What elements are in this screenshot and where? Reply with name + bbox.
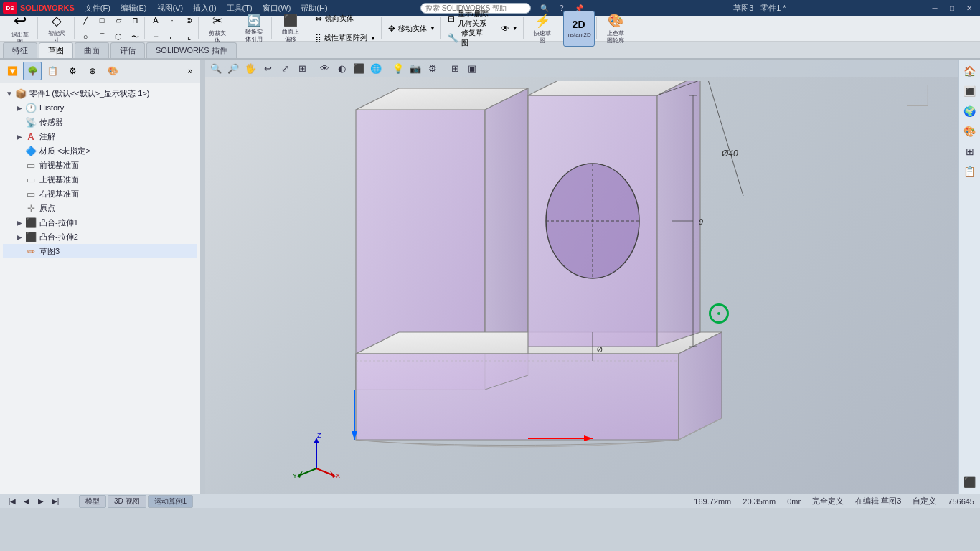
vp-shading-button[interactable]: ◐ [334, 61, 349, 75]
vp-zoom-button[interactable]: 🔎 [225, 61, 241, 75]
tree-item-material[interactable]: ▶ 🔷 材质 <未指定> [3, 143, 197, 158]
point-button[interactable]: · [164, 12, 180, 28]
tree-item-extrude2[interactable]: ▶ ⬛ 凸台-拉伸2 [3, 230, 197, 244]
mirror-entity-button[interactable]: ⇔ 镜向实体 [311, 9, 357, 28]
rs-note-button[interactable]: 📋 [961, 163, 979, 180]
slot-button[interactable]: ⊓ [127, 12, 143, 28]
nav-first-button[interactable]: |◀ [6, 496, 19, 507]
custom-label: 自定义 [913, 496, 936, 507]
close-button[interactable]: ✕ [961, 2, 977, 14]
color-outline-button[interactable]: 🎨 上色草图轮廓 [600, 11, 631, 47]
3d-view-tab[interactable]: 3D 视图 [108, 495, 146, 508]
tab-evaluate[interactable]: 评估 [110, 42, 145, 58]
nav-buttons: |◀ ◀ ▶ ▶| [6, 496, 62, 507]
linear-pattern-button[interactable]: ⣿ 线性草图阵列 ▼ [311, 29, 380, 47]
display-relations-button[interactable]: ⊟ 显示/删除几何关系 [444, 9, 492, 28]
vp-camera-button[interactable]: 📷 [407, 61, 423, 75]
vp-view-orient-button[interactable]: 🌐 [368, 61, 384, 75]
history-expand-arrow[interactable]: ▶ [14, 103, 24, 113]
vp-display-button[interactable]: 👁 [316, 61, 332, 75]
rectangle-button[interactable]: □ [94, 12, 110, 28]
coord-y: 20.35mm [743, 497, 776, 506]
tab-sketch[interactable]: 草图 [39, 42, 73, 58]
vp-options-button[interactable]: ⚙ [425, 61, 440, 75]
properties-icon[interactable]: 📋 [43, 62, 62, 80]
tree-item-sketch3[interactable]: ▶ ✏ 草图3 [3, 244, 197, 258]
rs-grid-button[interactable]: ⊞ [961, 143, 979, 160]
line-button[interactable]: ╱ [77, 12, 93, 28]
color-icon: 🎨 [608, 13, 623, 29]
model-tab[interactable]: 模型 [79, 495, 106, 508]
text-button[interactable]: A [148, 12, 164, 28]
offset-button[interactable]: ⊜ [181, 12, 197, 28]
tree-item-origin[interactable]: ▶ ✛ 原点 [3, 201, 197, 215]
extrude1-expand-arrow[interactable]: ▶ [14, 217, 24, 227]
config-icon[interactable]: ⚙ [63, 62, 82, 80]
parallelogram-button[interactable]: ▱ [110, 12, 126, 28]
vp-section-button[interactable]: ⬛ [351, 61, 367, 75]
dropdown-icon-3[interactable]: ▼ [512, 25, 518, 32]
sensor-label: 传感器 [39, 117, 63, 128]
dropdown-icon[interactable]: ▼ [370, 35, 376, 42]
vp-viewport-button[interactable]: ⊞ [447, 61, 463, 75]
nav-prev-button[interactable]: ◀ [20, 496, 33, 507]
annotation-expand-arrow[interactable]: ▶ [14, 131, 24, 141]
filter-icon[interactable]: 🔽 [6, 65, 19, 77]
root-expand-arrow[interactable]: ▼ [4, 88, 14, 98]
tab-feature[interactable]: 特征 [3, 42, 37, 58]
material-label: 材质 <未指定> [39, 146, 90, 156]
vp-vp2-button[interactable]: ▣ [464, 61, 480, 75]
nav-last-button[interactable]: ▶| [49, 496, 62, 507]
move-entity-button[interactable]: ✥ 移动实体 ▼ [385, 22, 439, 36]
tree-item-sensor[interactable]: ▶ 📡 传感器 [3, 115, 197, 129]
surface-offset-button[interactable]: ⬛ 曲面上偏移 [275, 11, 306, 47]
fix-sketch-button[interactable]: 🔧 修复草图 [444, 29, 486, 47]
rs-home-button[interactable]: 🏠 [961, 62, 979, 80]
viewport[interactable]: 🔍 🔎 🖐 ↩ ⤢ ⊞ 👁 ◐ ⬛ 🌐 💡 📷 ⚙ ⊞ ▣ [205, 60, 958, 494]
vp-search-button[interactable]: 🔍 [208, 61, 224, 75]
dropdown-icon-2[interactable]: ▼ [430, 25, 435, 32]
panel-more-button[interactable]: » [183, 64, 197, 78]
hide-show-button[interactable]: 👁 ▼ [497, 22, 522, 36]
tree-item-annotation[interactable]: ▶ A 注解 [3, 129, 197, 143]
exit-sketch-button[interactable]: ↩ 退出草图 [4, 11, 36, 47]
rs-view-button[interactable]: 🔳 [961, 83, 979, 100]
quick-snap-button[interactable]: ⚡ 快速草图 [527, 11, 558, 47]
tree-item-history[interactable]: ▶ 🕐 History [3, 100, 197, 115]
minimize-button[interactable]: ─ [927, 2, 943, 14]
tab-plugins[interactable]: SOLIDWORKS 插件 [146, 42, 237, 58]
rs-globe-button[interactable]: 🌍 [961, 103, 979, 120]
display-manager-icon[interactable]: 🎨 [103, 62, 122, 80]
feature-manager-icon[interactable]: 🌳 [23, 62, 42, 80]
tree-item-extrude1[interactable]: ▶ ⬛ 凸台-拉伸1 [3, 215, 197, 230]
toolbar-group-quick-snap: ⚡ 快速草图 [525, 17, 560, 39]
smart-dim-button[interactable]: ◇ 智能尺寸 [41, 11, 72, 47]
tab-surface[interactable]: 曲面 [75, 42, 109, 58]
convert-button[interactable]: 🔄 转换实体引用 [238, 11, 270, 47]
tree-item-right-plane[interactable]: ▶ ▭ 右视基准面 [3, 187, 197, 201]
right-plane-label: 右视基准面 [39, 189, 79, 199]
motion-tab[interactable]: 运动算例1 [148, 495, 194, 508]
vp-grid-button[interactable]: ⊞ [294, 61, 310, 75]
vp-rotate-button[interactable]: ↩ [260, 61, 275, 75]
bottom-tabs-area: 模型 3D 视图 运动算例1 [79, 495, 193, 508]
extrude2-expand-arrow[interactable]: ▶ [14, 232, 24, 242]
tree-item-root[interactable]: ▼ 📦 零件1 (默认<<默认>_显示状态 1>) [3, 86, 197, 100]
tree-item-front-plane[interactable]: ▶ ▭ 前视基准面 [3, 158, 197, 172]
tree-item-top-plane[interactable]: ▶ ▭ 上视基准面 [3, 172, 197, 187]
toolbar-group-color: 🎨 上色草图轮廓 [598, 17, 633, 39]
top-plane-label: 上视基准面 [39, 174, 79, 185]
vp-light-button[interactable]: 💡 [390, 61, 406, 75]
rs-bottom-button[interactable]: ⬛ [961, 474, 979, 491]
maximize-button[interactable]: □ [944, 2, 960, 14]
trim-button[interactable]: ✂ 剪裁实体 [202, 11, 233, 47]
rs-color-button[interactable]: 🎨 [961, 123, 979, 140]
vp-pan-button[interactable]: 🖐 [242, 61, 258, 75]
nav-next-button[interactable]: ▶ [34, 496, 47, 507]
svg-text:Y: Y [293, 472, 297, 479]
root-label: 零件1 (默认<<默认>_显示状态 1>) [29, 88, 150, 99]
instant2d-button[interactable]: 2D Instant2D [563, 11, 595, 47]
toolbar-group-relations: ⊟ 显示/删除几何关系 🔧 修复草图 [443, 17, 494, 39]
dimexpert-icon[interactable]: ⊕ [83, 62, 102, 80]
vp-fit-button[interactable]: ⤢ [277, 61, 293, 75]
